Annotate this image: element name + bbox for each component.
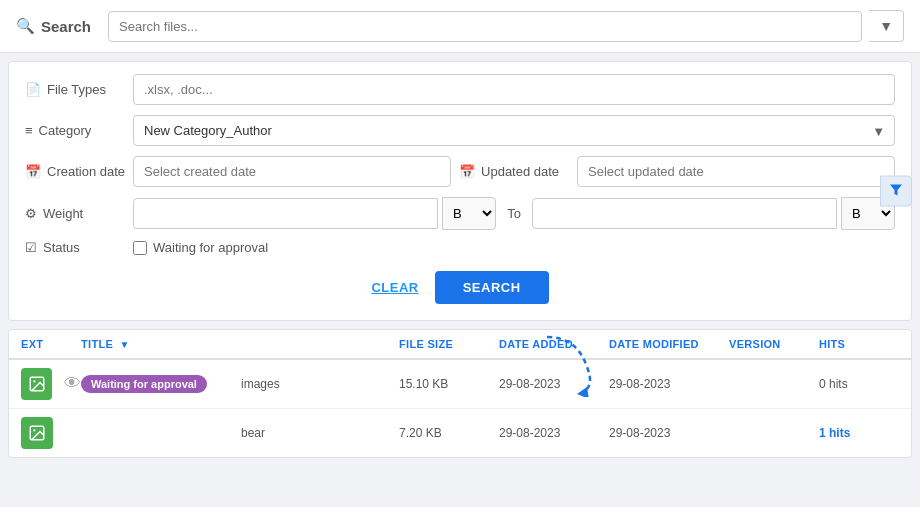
search-label: 🔍 Search xyxy=(16,17,96,35)
cell-filesize-0: 15.10 KB xyxy=(399,377,499,391)
cell-date-added-1: 29-08-2023 xyxy=(499,426,609,440)
cell-badge-0: Waiting for approval xyxy=(81,375,241,393)
table-section: EXT TITLE ▼ FILE SIZE DATE ADDED DATE MO… xyxy=(8,329,912,458)
file-types-label: 📄 File Types xyxy=(25,82,125,97)
col-head-hits: HITS xyxy=(819,338,899,350)
filter-icon xyxy=(880,176,912,207)
category-label: ≡ Category xyxy=(25,123,125,138)
cell-title-0: images xyxy=(241,377,399,391)
cell-date-modified-0: 29-08-2023 xyxy=(609,377,729,391)
weight-label: ⚙ Weight xyxy=(25,206,125,221)
creation-date-input[interactable] xyxy=(133,156,451,187)
col-head-version: VERSION xyxy=(729,338,819,350)
cell-hits-1: 1 hits xyxy=(819,426,899,440)
clear-button[interactable]: CLEAR xyxy=(371,280,418,295)
search-input[interactable] xyxy=(108,11,862,42)
to-label: To xyxy=(504,206,524,221)
weight-to-input[interactable] xyxy=(532,198,837,229)
table-row: 👁 Waiting for approval images 15.10 KB 2… xyxy=(9,360,911,409)
col-head-date-modified: DATE MODIFIED xyxy=(609,338,729,350)
svg-point-2 xyxy=(33,380,35,382)
table-header: EXT TITLE ▼ FILE SIZE DATE ADDED DATE MO… xyxy=(9,330,911,360)
waiting-approval-checkbox[interactable] xyxy=(133,241,147,255)
weight-row: ⚙ Weight B KB MB To B KB MB xyxy=(25,197,895,230)
image-icon xyxy=(28,375,46,393)
status-label: ☑ Status xyxy=(25,240,125,255)
updated-date-icon: 📅 xyxy=(459,164,475,179)
category-select[interactable]: New Category_Author xyxy=(133,115,895,146)
filter-panel: 📄 File Types ≡ Category New Category_Aut… xyxy=(8,61,912,321)
cell-title-1: bear xyxy=(241,426,399,440)
category-select-wrapper: New Category_Author ▼ xyxy=(133,115,895,146)
cell-ext-0: 👁 xyxy=(21,368,81,400)
file-icon-0 xyxy=(21,368,52,400)
col-head-ext: EXT xyxy=(21,338,81,350)
updated-date-input[interactable] xyxy=(577,156,895,187)
file-types-input[interactable] xyxy=(133,74,895,105)
col-head-empty xyxy=(241,338,399,350)
file-icon-1 xyxy=(21,417,53,449)
col-head-filesize: FILE SIZE xyxy=(399,338,499,350)
search-icon: 🔍 xyxy=(16,17,35,35)
file-types-icon: 📄 xyxy=(25,82,41,97)
col-head-date-added: DATE ADDED xyxy=(499,338,609,350)
status-row: ☑ Status Waiting for approval xyxy=(25,240,895,255)
weight-from-input[interactable] xyxy=(133,198,438,229)
creation-date-icon: 📅 xyxy=(25,164,41,179)
category-row: ≡ Category New Category_Author ▼ xyxy=(25,115,895,146)
weight-to-group: B KB MB xyxy=(532,197,895,230)
cell-ext-1 xyxy=(21,417,81,449)
search-button[interactable]: SEARCH xyxy=(435,271,549,304)
expand-button[interactable]: ▼ xyxy=(869,10,904,42)
weight-from-group: B KB MB xyxy=(133,197,496,230)
action-row: CLEAR SEARCH xyxy=(25,271,895,304)
status-icon: ☑ xyxy=(25,240,37,255)
top-search-bar: 🔍 Search ▼ xyxy=(0,0,920,53)
waiting-approval-checkbox-label[interactable]: Waiting for approval xyxy=(133,240,268,255)
waiting-badge-0: Waiting for approval xyxy=(81,375,207,393)
image-icon-1 xyxy=(28,424,46,442)
weight-from-unit[interactable]: B KB MB xyxy=(442,197,496,230)
cell-hits-0: 0 hits xyxy=(819,377,899,391)
table-row: bear 7.20 KB 29-08-2023 29-08-2023 1 hit… xyxy=(9,409,911,457)
file-types-row: 📄 File Types xyxy=(25,74,895,105)
weight-icon: ⚙ xyxy=(25,206,37,221)
creation-date-label: 📅 Creation date xyxy=(25,164,125,179)
hide-icon-0[interactable]: 👁 xyxy=(64,374,81,394)
updated-date-label: 📅 Updated date xyxy=(459,164,569,179)
category-icon: ≡ xyxy=(25,123,33,138)
date-row: 📅 Creation date 📅 Updated date xyxy=(25,156,895,187)
cell-date-added-0: 29-08-2023 xyxy=(499,377,609,391)
col-head-title: TITLE ▼ xyxy=(81,338,241,350)
cell-filesize-1: 7.20 KB xyxy=(399,426,499,440)
svg-point-4 xyxy=(33,429,35,431)
cell-date-modified-1: 29-08-2023 xyxy=(609,426,729,440)
